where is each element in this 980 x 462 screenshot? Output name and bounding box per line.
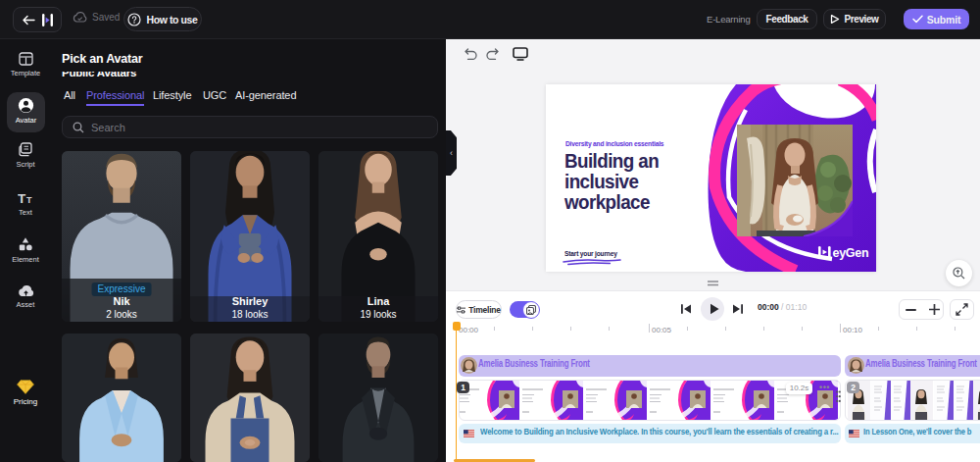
svg-text:00:05: 00:05	[652, 326, 672, 334]
svg-text:T: T	[26, 195, 32, 205]
svg-text:eyGen: eyGen	[833, 246, 869, 260]
svg-text:00:10: 00:10	[843, 326, 863, 334]
svg-text:00:00: 00:00	[459, 326, 479, 334]
svg-text:T: T	[18, 191, 26, 205]
